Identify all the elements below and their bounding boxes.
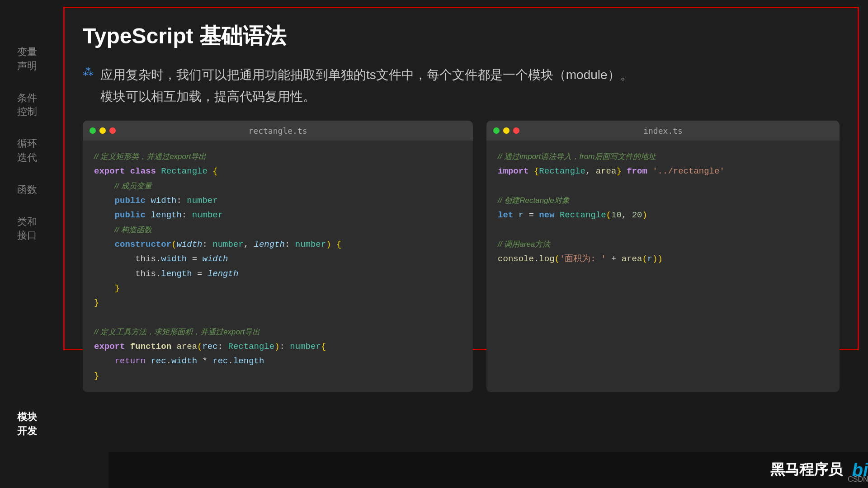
left-window-title: rectangle.ts — [249, 126, 307, 136]
dot-green-right — [493, 127, 500, 134]
left-code-body: // 定义矩形类，并通过export导出 export class Rectan… — [83, 141, 473, 392]
dot-red-left — [109, 127, 116, 134]
sidebar-item-classes[interactable]: 类和接口 — [17, 215, 37, 243]
code-line: public width: number — [94, 193, 462, 208]
left-code-window: rectangle.ts // 定义矩形类，并通过export导出 export… — [83, 121, 473, 392]
code-line — [498, 179, 828, 193]
code-line: import {Rectangle, area} from '../rectan… — [498, 164, 828, 178]
window-dots-left — [90, 127, 116, 134]
description-text: 应用复杂时，我们可以把通用功能抽取到单独的ts文件中，每个文件都是一个模块（mo… — [100, 64, 633, 107]
bullet-icon: ⁂ — [83, 66, 94, 79]
code-line: this.length = length — [94, 267, 462, 281]
code-line: // 定义工具方法，求矩形面积，并通过export导出 — [94, 325, 462, 339]
bottom-bar: 黑马程序员 bilibili CSDN @123梦野 — [108, 452, 868, 488]
code-line: // 定义矩形类，并通过export导出 — [94, 150, 462, 164]
code-line: } — [94, 369, 462, 383]
sidebar-item-modules[interactable]: 模块开发 — [0, 410, 54, 438]
code-line: } — [94, 281, 462, 296]
dot-red-right — [513, 127, 519, 134]
code-line: // 成员变量 — [94, 179, 462, 193]
description-block: ⁂ 应用复杂时，我们可以把通用功能抽取到单独的ts文件中，每个文件都是一个模块（… — [83, 64, 840, 107]
code-line: export function area(rec: Rectangle): nu… — [94, 339, 462, 354]
sidebar: 变量声明 条件控制 循环迭代 函数 类和接口 模块开发 — [0, 0, 54, 488]
code-line: // 调用area方法 — [498, 237, 828, 252]
bottom-brand-name: 黑马程序员 — [770, 460, 843, 480]
slide-title: TypeScript 基础语法 — [83, 22, 840, 51]
slide: TypeScript 基础语法 ⁂ 应用复杂时，我们可以把通用功能抽取到单独的t… — [63, 7, 859, 350]
sidebar-item-loops[interactable]: 循环迭代 — [17, 137, 37, 165]
code-line: } — [94, 296, 462, 310]
left-titlebar: rectangle.ts — [83, 121, 473, 141]
dot-green-left — [90, 127, 96, 134]
csdn-text: CSDN @123梦野 — [848, 475, 868, 484]
dot-yellow-left — [99, 127, 106, 134]
window-dots-right — [493, 127, 519, 134]
code-line: // 构造函数 — [94, 223, 462, 237]
sidebar-item-variables[interactable]: 变量声明 — [17, 45, 37, 73]
sidebar-item-functions[interactable]: 函数 — [17, 183, 37, 197]
right-window-title: index.ts — [643, 126, 683, 136]
code-line: // 通过import语法导入，from后面写文件的地址 — [498, 150, 828, 164]
code-windows: rectangle.ts // 定义矩形类，并通过export导出 export… — [83, 121, 840, 392]
desc-line1: 应用复杂时，我们可以把通用功能抽取到单独的ts文件中，每个文件都是一个模块（mo… — [100, 68, 633, 82]
code-line: let r = new Rectangle(10, 20) — [498, 208, 828, 222]
code-line — [498, 223, 828, 237]
code-line — [94, 310, 462, 324]
right-code-window: index.ts // 通过import语法导入，from后面写文件的地址 im… — [486, 121, 840, 392]
main-content: 🐎 黑马程序员 www.iheima.com TypeScript 基础语法 ⁂… — [54, 0, 868, 488]
desc-line2: 模块可以相互加载，提高代码复用性。 — [100, 89, 316, 103]
code-line: // 创建Rectangle对象 — [498, 193, 828, 208]
code-line: public length: number — [94, 208, 462, 222]
code-line: console.log('面积为: ' + area(r)) — [498, 252, 828, 266]
code-line: constructor(width: number, length: numbe… — [94, 237, 462, 252]
code-line: return rec.width * rec.length — [94, 354, 462, 368]
sidebar-item-conditions[interactable]: 条件控制 — [17, 91, 37, 119]
right-code-body: // 通过import语法导入，from后面写文件的地址 import {Rec… — [486, 141, 840, 275]
dot-yellow-right — [503, 127, 509, 134]
code-line: export class Rectangle { — [94, 164, 462, 178]
right-titlebar: index.ts — [486, 121, 840, 141]
code-line: this.width = width — [94, 252, 462, 266]
